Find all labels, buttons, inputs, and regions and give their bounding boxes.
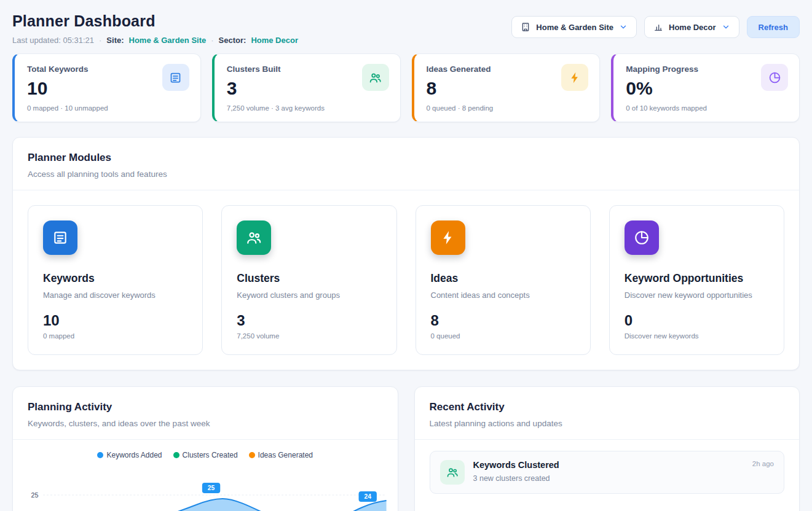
planner-modules-header: Planner Modules Access all planning tool… bbox=[13, 138, 799, 190]
site-label: Site: bbox=[106, 36, 124, 45]
building-icon bbox=[521, 22, 530, 32]
module-subtext: 0 queued bbox=[431, 332, 575, 340]
topbar-controls: Home & Garden Site Home Decor Refresh bbox=[511, 16, 800, 38]
y-axis-tick: 25 bbox=[31, 491, 38, 499]
topbar: Planner Dashboard Last updated: 05:31:21… bbox=[12, 12, 800, 45]
stat-subtext: 0 of 10 keywords mapped bbox=[626, 104, 787, 112]
lightning-icon bbox=[431, 220, 465, 255]
module-card-clusters[interactable]: Clusters Keyword clusters and groups 3 7… bbox=[221, 205, 396, 355]
module-card-keyword-opportunities[interactable]: Keyword Opportunities Discover new keywo… bbox=[609, 205, 784, 355]
meta-line: Last updated: 05:31:21 · Site: Home & Ga… bbox=[12, 36, 298, 45]
stat-card-mapping-progress: Mapping Progress 0% 0 of 10 keywords map… bbox=[611, 53, 800, 122]
stat-card-clusters-built: Clusters Built 3 7,250 volume · 3 avg ke… bbox=[212, 53, 401, 122]
chevron-down-icon bbox=[619, 23, 628, 31]
module-value: 10 bbox=[43, 312, 187, 329]
users-icon bbox=[237, 220, 271, 255]
section-title: Planning Activity bbox=[28, 401, 383, 413]
recent-activity-card: Recent Activity Latest planning actions … bbox=[414, 386, 800, 511]
module-value: 0 bbox=[625, 312, 769, 329]
legend-label: Ideas Generated bbox=[258, 451, 313, 459]
activity-item-description: 3 new clusters created bbox=[473, 474, 775, 483]
last-updated-text: Last updated: 05:31:21 bbox=[12, 36, 94, 45]
users-icon bbox=[362, 64, 389, 91]
document-lines-icon bbox=[162, 64, 189, 91]
module-card-keywords[interactable]: Keywords Manage and discover keywords 10… bbox=[28, 205, 203, 355]
activity-item-title: Keywords Clustered bbox=[473, 460, 559, 470]
legend-item-ideas-generated: Ideas Generated bbox=[249, 451, 313, 459]
stat-subtext: 0 queued · 8 pending bbox=[427, 104, 588, 112]
sector-selector-label: Home Decor bbox=[669, 23, 716, 32]
site-selector-label: Home & Garden Site bbox=[536, 23, 613, 32]
bar-chart-icon bbox=[653, 22, 663, 32]
section-title: Recent Activity bbox=[430, 401, 785, 413]
point-label: 25 bbox=[208, 485, 215, 491]
section-subtitle: Keywords, clusters, and ideas over the p… bbox=[28, 419, 383, 428]
sector-selector-dropdown[interactable]: Home Decor bbox=[644, 16, 739, 38]
legend-label: Keywords Added bbox=[106, 451, 162, 459]
module-title: Ideas bbox=[431, 272, 575, 285]
pie-chart-icon bbox=[625, 220, 659, 255]
legend-dot-orange bbox=[249, 452, 255, 458]
chevron-down-icon bbox=[722, 23, 730, 31]
module-subtext: Discover new keywords bbox=[625, 332, 769, 340]
section-subtitle: Access all planning tools and features bbox=[28, 170, 784, 179]
planning-activity-card: Planning Activity Keywords, clusters, an… bbox=[12, 386, 398, 511]
site-selector-dropdown[interactable]: Home & Garden Site bbox=[511, 16, 637, 38]
planner-modules-card: Planner Modules Access all planning tool… bbox=[12, 137, 800, 370]
module-title: Keywords bbox=[43, 272, 187, 285]
module-subtext: 7,250 volume bbox=[237, 332, 381, 340]
module-title: Clusters bbox=[237, 272, 381, 285]
module-value: 3 bbox=[237, 312, 381, 329]
module-description: Discover new keyword opportunities bbox=[625, 291, 769, 300]
planning-activity-chart-svg: 25 25 24 bbox=[22, 467, 389, 511]
point-label: 24 bbox=[365, 493, 372, 500]
legend-label: Clusters Created bbox=[183, 451, 238, 459]
page-title: Planner Dashboard bbox=[12, 12, 298, 30]
sector-link[interactable]: Home Decor bbox=[251, 36, 298, 45]
legend-dot-blue bbox=[97, 452, 103, 458]
module-value: 8 bbox=[431, 312, 575, 329]
legend-dot-green bbox=[173, 452, 179, 458]
planning-activity-header: Planning Activity Keywords, clusters, an… bbox=[13, 387, 398, 439]
dot-separator: · bbox=[99, 36, 101, 45]
pie-chart-icon bbox=[761, 64, 788, 91]
refresh-button[interactable]: Refresh bbox=[747, 16, 800, 38]
stats-row: Total Keywords 10 0 mapped · 10 unmapped… bbox=[12, 53, 800, 122]
activity-list-item: Keywords Clustered 2h ago 3 new clusters… bbox=[430, 451, 785, 494]
users-icon bbox=[440, 460, 465, 485]
section-title: Planner Modules bbox=[28, 152, 784, 164]
stat-subtext: 0 mapped · 10 unmapped bbox=[27, 104, 188, 112]
bottom-row: Planning Activity Keywords, clusters, an… bbox=[12, 386, 800, 511]
stat-subtext: 7,250 volume · 3 avg keywords bbox=[227, 104, 388, 112]
document-lines-icon bbox=[43, 220, 77, 255]
chart-legend: Keywords Added Clusters Created Ideas Ge… bbox=[13, 440, 398, 462]
module-title: Keyword Opportunities bbox=[625, 272, 769, 285]
module-description: Manage and discover keywords bbox=[43, 291, 187, 300]
recent-activity-header: Recent Activity Latest planning actions … bbox=[415, 387, 800, 439]
site-link[interactable]: Home & Garden Site bbox=[129, 36, 207, 45]
module-description: Content ideas and concepts bbox=[431, 291, 575, 300]
modules-grid: Keywords Manage and discover keywords 10… bbox=[13, 190, 799, 370]
divider bbox=[415, 439, 800, 440]
area-chart: 25 25 24 bbox=[13, 462, 398, 511]
section-subtitle: Latest planning actions and updates bbox=[430, 419, 785, 428]
activity-item-timestamp: 2h ago bbox=[752, 460, 774, 467]
topbar-left: Planner Dashboard Last updated: 05:31:21… bbox=[12, 12, 298, 45]
activity-item-body: Keywords Clustered 2h ago 3 new clusters… bbox=[473, 460, 775, 485]
legend-item-keywords-added: Keywords Added bbox=[97, 451, 162, 459]
legend-item-clusters-created: Clusters Created bbox=[173, 451, 238, 459]
area-fill bbox=[43, 499, 386, 511]
stat-card-total-keywords: Total Keywords 10 0 mapped · 10 unmapped bbox=[12, 53, 201, 122]
module-card-ideas[interactable]: Ideas Content ideas and concepts 8 0 que… bbox=[416, 205, 591, 355]
dot-separator: · bbox=[211, 36, 213, 45]
sector-label: Sector: bbox=[219, 36, 246, 45]
module-description: Keyword clusters and groups bbox=[237, 291, 381, 300]
planner-dashboard-page: Planner Dashboard Last updated: 05:31:21… bbox=[0, 0, 812, 511]
lightning-icon bbox=[561, 64, 588, 91]
stat-card-ideas-generated: Ideas Generated 8 0 queued · 8 pending bbox=[412, 53, 601, 122]
module-subtext: 0 mapped bbox=[43, 332, 187, 340]
